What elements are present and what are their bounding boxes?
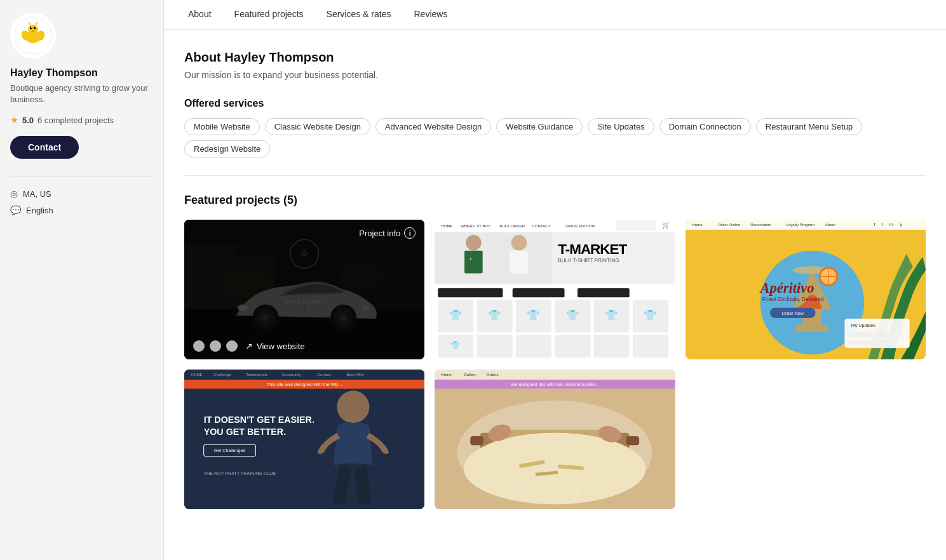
view-website-link[interactable]: ↗ View website — [245, 341, 305, 351]
tag-domain-connection: Domain Connection — [659, 118, 751, 135]
svg-rect-129 — [471, 436, 483, 445]
contact-button[interactable]: Contact — [10, 136, 79, 159]
tag-restaurant-menu: Restaurant Menu Setup — [756, 118, 862, 135]
card-bottom: ↗ View website — [193, 340, 416, 352]
project-info-label: Project info — [359, 229, 400, 238]
svg-rect-54 — [513, 288, 565, 297]
svg-rect-55 — [578, 288, 630, 297]
main-content: About Featured projects Services & rates… — [164, 0, 946, 560]
about-title: About Hayley Thompson — [184, 50, 926, 65]
svg-text:Order Online: Order Online — [718, 222, 741, 227]
project-card-jade-andy[interactable]: JADE & ANDY ⚙ Project info i — [184, 220, 424, 359]
svg-point-139 — [544, 491, 546, 494]
svg-point-131 — [464, 433, 645, 504]
star-icon: ★ — [10, 114, 18, 126]
external-link-icon: ↗ — [245, 341, 253, 351]
svg-text:👕: 👕 — [566, 309, 579, 322]
jade-andy-overlay: Project info i ↗ View website — [184, 220, 424, 359]
info-icon: i — [404, 227, 416, 239]
svg-text:CONTACT: CONTACT — [532, 223, 551, 228]
svg-text:in: in — [889, 222, 893, 227]
tag-mobile-website: Mobile Website — [184, 118, 260, 135]
svg-text:👕: 👕 — [449, 309, 463, 322]
svg-text:y: y — [900, 222, 902, 227]
svg-text:👕: 👕 — [527, 309, 541, 322]
svg-text:Reservation: Reservation — [750, 222, 771, 227]
svg-text:Orders: Orders — [487, 372, 499, 377]
project-card-tmarket[interactable]: HOME WHERE TO BUY BULK ORDER CONTACT LAR… — [435, 220, 675, 359]
svg-point-138 — [576, 488, 579, 491]
tag-website-guidance: Website Guidance — [496, 118, 583, 135]
svg-rect-49 — [510, 251, 529, 274]
svg-point-2 — [28, 25, 38, 34]
rating-container: ★ 5.0 6 completed projects — [10, 114, 153, 126]
social-icon-1 — [193, 340, 205, 352]
sidebar-divider — [10, 177, 153, 177]
services-tags: Mobile Website Classic Website Design Ad… — [184, 118, 926, 157]
svg-text:Home: Home — [692, 222, 703, 227]
nav-services-rates[interactable]: Services & rates — [315, 0, 403, 29]
projects-grid: JADE & ANDY ⚙ Project info i — [184, 220, 926, 509]
svg-point-48 — [511, 235, 527, 251]
svg-text:Order Now: Order Now — [781, 311, 804, 316]
offered-services-heading: Offered services — [184, 98, 926, 109]
svg-text:About: About — [825, 222, 835, 227]
tag-advanced-website: Advanced Website Design — [375, 118, 491, 135]
svg-rect-100 — [848, 340, 893, 345]
profile-name: Hayley Thompson — [10, 67, 153, 79]
section-divider — [184, 175, 926, 176]
tmarket-bg-image: HOME WHERE TO BUY BULK ORDER CONTACT LAR… — [435, 220, 675, 359]
rating-value: 5.0 — [22, 116, 34, 125]
svg-point-102 — [337, 390, 369, 423]
svg-text:Contact: Contact — [318, 372, 331, 377]
nav-featured-projects[interactable]: Featured projects — [223, 0, 315, 29]
svg-point-137 — [524, 486, 527, 490]
svg-rect-73 — [594, 335, 630, 358]
svg-text:👕: 👕 — [488, 309, 501, 322]
language-item: 💬 English — [10, 205, 153, 215]
svg-rect-71 — [516, 335, 551, 358]
nav-about[interactable]: About — [177, 0, 223, 29]
svg-text:t: t — [881, 222, 882, 227]
svg-text:Loyalty Program: Loyalty Program — [786, 222, 814, 227]
nav-reviews[interactable]: Reviews — [402, 0, 459, 29]
project-card-pasta[interactable]: Home Gallery Orders We designed this wit… — [435, 370, 675, 509]
svg-rect-44 — [435, 232, 551, 284]
svg-rect-72 — [555, 335, 590, 358]
svg-point-45 — [466, 235, 482, 251]
svg-rect-46 — [464, 251, 483, 274]
tag-site-updates: Site Updates — [588, 118, 654, 135]
svg-text:This site was designed with th: This site was designed with the Wix... — [267, 382, 342, 387]
project-card-fitness[interactable]: HOME Challenge Testimonials Community Co… — [184, 370, 424, 509]
svg-text:LARGE EDITION: LARGE EDITION — [565, 223, 595, 228]
wix-logo-icon — [14, 17, 52, 55]
featured-heading: Featured projects (5) — [184, 194, 926, 207]
svg-point-4 — [34, 27, 36, 29]
aperitivo-bg-image: Home Order Online Reservation Loyalty Pr… — [686, 220, 926, 359]
svg-text:Testimonials: Testimonials — [246, 372, 267, 377]
about-subtitle: Our mission is to expand your business p… — [184, 70, 926, 80]
sidebar: Hayley Thompson Boutique agency striving… — [0, 0, 164, 560]
language-text: English — [26, 206, 53, 215]
location-text: MA, US — [23, 189, 51, 199]
svg-text:YOU GET BETTER.: YOU GET BETTER. — [204, 427, 286, 437]
svg-text:Home: Home — [442, 372, 452, 377]
svg-text:IT DOESN'T GET EASIER.: IT DOESN'T GET EASIER. — [204, 415, 314, 425]
svg-point-6 — [35, 27, 36, 28]
svg-text:We designed this with Wix webs: We designed this with Wix website builde… — [511, 382, 598, 387]
project-card-aperitivo[interactable]: Home Order Online Reservation Loyalty Pr… — [686, 220, 926, 359]
tag-classic-website: Classic Website Design — [265, 118, 370, 135]
svg-text:👕: 👕 — [451, 340, 461, 350]
social-icon-2 — [210, 340, 221, 352]
sidebar-meta: ◎ MA, US 💬 English — [10, 189, 153, 215]
svg-text:Get Challenged: Get Challenged — [214, 448, 246, 453]
svg-rect-99 — [848, 332, 903, 337]
svg-rect-101 — [184, 370, 424, 509]
social-icon-3 — [226, 340, 238, 352]
speech-bubble-icon: 💬 — [10, 205, 21, 215]
svg-rect-74 — [633, 335, 668, 358]
svg-text:Best Offer: Best Offer — [347, 372, 364, 377]
svg-text:👕: 👕 — [605, 309, 618, 322]
svg-text:BULK T-SHIRT PRINTING: BULK T-SHIRT PRINTING — [558, 258, 619, 263]
fitness-bg-image: HOME Challenge Testimonials Community Co… — [184, 370, 424, 509]
